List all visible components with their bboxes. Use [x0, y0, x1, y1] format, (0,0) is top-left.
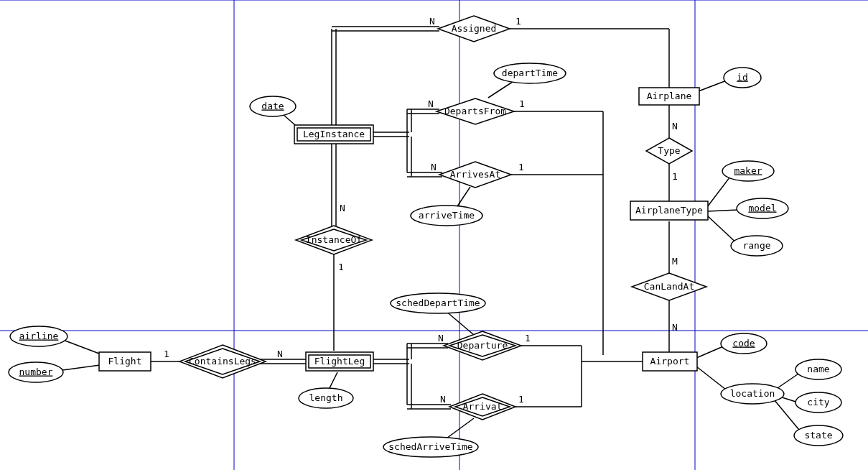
attr-id: id [724, 68, 761, 88]
rel-departsfrom-label: DepartsFrom [444, 106, 506, 116]
card-assigned-n: N [429, 16, 435, 27]
rel-arrival-label: Arrival [463, 401, 503, 412]
entity-airplane: Airplane [639, 88, 699, 105]
attr-city-label: city [807, 397, 829, 407]
attr-city: city [795, 392, 841, 413]
card-departure-1: 1 [525, 333, 531, 344]
rel-containslegs-label: ContainsLegs [189, 356, 256, 367]
attr-state-label: state [804, 430, 832, 441]
attr-name: name [795, 359, 841, 379]
card-arrival-n: N [440, 394, 446, 405]
svg-line-53 [696, 80, 727, 92]
attr-location-label: location [730, 388, 775, 399]
svg-line-34 [456, 187, 470, 208]
attr-airline: airline [10, 326, 67, 346]
attr-code: code [721, 333, 767, 354]
rel-arrivesat: ArrivesAt [439, 162, 511, 188]
attr-scheddeparttime-label: schedDepartTime [396, 298, 480, 308]
rel-containslegs: ContainsLegs [179, 345, 266, 378]
card-type-1: 1 [672, 171, 678, 182]
entity-airplane-label: Airplane [647, 91, 692, 101]
attr-maker: maker [722, 161, 774, 181]
attr-arrivetime: arriveTime [411, 206, 482, 226]
rel-departsfrom: DepartsFrom [437, 98, 514, 124]
attr-id-label: id [737, 72, 748, 83]
rel-instanceof-label: InstanceOf [306, 234, 362, 245]
rel-departure: Departure [444, 331, 521, 360]
entity-airport-label: Airport [650, 356, 690, 367]
rel-departure-label: Departure [457, 340, 508, 351]
attr-range-label: range [742, 240, 770, 251]
card-canlandat-n: N [672, 322, 678, 333]
entity-airport: Airport [643, 352, 697, 371]
attr-maker-label: maker [734, 165, 762, 176]
rel-arrivesat-label: ArrivesAt [450, 169, 500, 180]
svg-line-57 [707, 210, 739, 211]
rel-instanceof: InstanceOf [296, 226, 372, 254]
card-departure-n: N [438, 333, 444, 344]
entity-airplanetype: AirplaneType [630, 201, 708, 220]
card-arrivesat-n: N [431, 162, 437, 172]
entity-flightleg-label: FlightLeg [314, 356, 365, 367]
entity-leginstance-label: LegInstance [303, 129, 365, 139]
entity-flight: Flight [99, 352, 151, 371]
attr-location: location [721, 384, 784, 404]
card-canlandat-m: M [672, 256, 678, 267]
attr-schedarrivetime-label: schedArriveTime [388, 441, 473, 452]
attr-departtime: departTime [494, 63, 566, 83]
attr-scheddeparttime: schedDepartTime [391, 293, 485, 313]
card-flightleg-containslegs: N [277, 349, 283, 359]
attr-arrivetime-label: arriveTime [419, 210, 475, 221]
attr-date: date [250, 96, 296, 116]
attr-date-label: date [261, 101, 284, 111]
attr-length-label: length [309, 392, 343, 403]
card-instanceof-n: N [340, 203, 345, 213]
attr-departtime-label: departTime [502, 68, 558, 78]
entity-flight-label: Flight [108, 356, 142, 367]
entity-leginstance: LegInstance [294, 125, 373, 144]
card-departsfrom-1: 1 [519, 98, 525, 109]
card-arrivesat-1: 1 [518, 162, 524, 172]
rel-assigned-label: Assigned [452, 23, 497, 34]
card-departsfrom-n: N [428, 98, 434, 109]
attr-code-label: code [732, 338, 755, 349]
attr-state: state [794, 425, 843, 446]
card-arrival-1: 1 [518, 394, 524, 405]
attr-number-label: number [19, 367, 53, 377]
rel-type-label: Type [658, 145, 680, 156]
card-instanceof-1: 1 [338, 262, 344, 272]
entity-flightleg: FlightLeg [306, 352, 373, 371]
card-assigned-1: 1 [515, 16, 521, 27]
rel-assigned: Assigned [438, 16, 510, 42]
attr-model-label: model [748, 203, 776, 213]
card-type-n: N [672, 121, 678, 132]
attr-airline-label: airline [19, 331, 59, 341]
rel-canlandat-label: CanLandAt [644, 281, 694, 292]
entity-airplanetype-label: AirplaneType [635, 205, 703, 216]
er-diagram: Flight FlightLeg LegInstance Airplane Ai… [0, 0, 868, 470]
rel-type: Type [646, 138, 692, 164]
attr-number: number [9, 362, 63, 382]
attr-schedarrivetime: schedArriveTime [383, 437, 478, 457]
card-flight-containslegs: 1 [164, 349, 169, 359]
attr-name-label: name [807, 364, 829, 374]
attr-range: range [731, 236, 783, 256]
attr-length: length [299, 388, 353, 408]
svg-line-56 [707, 174, 732, 207]
attr-model: model [737, 198, 788, 218]
